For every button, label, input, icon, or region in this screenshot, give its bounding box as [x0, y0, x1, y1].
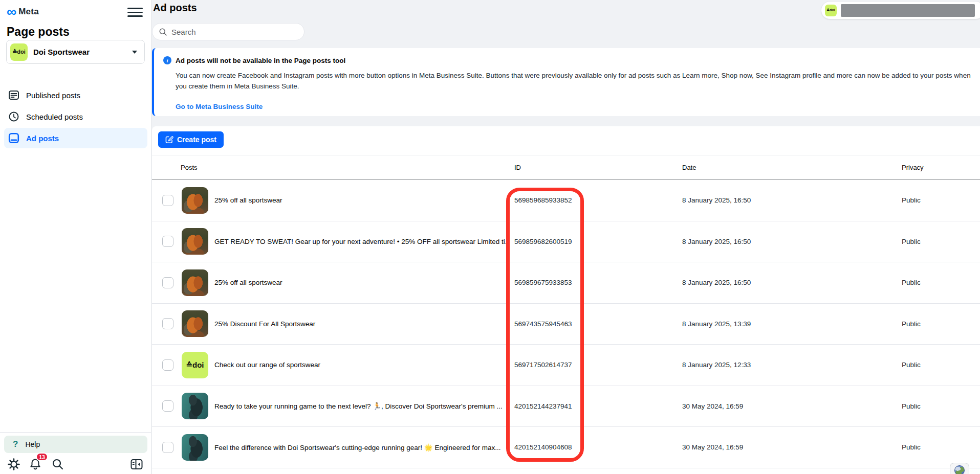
post-thumbnail	[182, 393, 208, 419]
post-thumbnail: ≙doi	[182, 352, 208, 378]
row-checkbox[interactable]	[162, 442, 173, 453]
post-thumbnail	[182, 269, 208, 296]
post-date: 8 January 2025, 13:39	[682, 320, 751, 328]
row-checkbox[interactable]	[162, 318, 173, 329]
post-date: 30 May 2024, 16:59	[682, 443, 743, 451]
notification-badge: 13	[36, 453, 48, 461]
sidebar-item-label: Scheduled posts	[26, 112, 83, 121]
language-button[interactable]	[950, 463, 969, 474]
post-text: 25% Discount For All Sportswear	[214, 320, 507, 328]
published-posts-icon	[8, 89, 19, 101]
table-row[interactable]: Feel the difference with Doi Sportswear'…	[152, 427, 980, 468]
chevron-down-icon	[132, 51, 137, 54]
post-id: 569859675933853	[514, 279, 572, 286]
search-input[interactable]	[171, 28, 289, 36]
clock-icon	[8, 111, 19, 122]
post-privacy: Public	[902, 238, 921, 245]
banner-body: You can now create Facebook and Instagra…	[176, 70, 973, 92]
table-row[interactable]: GET READY TO SWEAT! Gear up for your nex…	[152, 221, 980, 263]
sidebar-item-scheduled-posts[interactable]: Scheduled posts	[4, 106, 147, 127]
post-id: 420152140904608	[514, 443, 572, 451]
table-row[interactable]: 25% off all sportswear 569859675933853 8…	[152, 262, 980, 304]
table-row[interactable]: Ready to take your running game to the n…	[152, 386, 980, 427]
profile-chip[interactable]: ≙doi	[821, 1, 980, 19]
table-header: Posts ID Date Privacy	[152, 155, 980, 180]
column-header-privacy: Privacy	[902, 164, 924, 171]
post-thumbnail	[182, 310, 208, 337]
post-thumbnail	[182, 187, 208, 214]
post-id: 569743575945463	[514, 320, 572, 328]
post-text: 25% off all sportswear	[214, 279, 507, 286]
main-content: Ad posts ≙doi i Ad posts will not be ava…	[151, 0, 980, 474]
gear-icon[interactable]	[7, 458, 20, 471]
create-post-button[interactable]: Create post	[158, 131, 224, 148]
post-text: 25% off all sportswear	[214, 196, 507, 204]
sidebar-item-label: Ad posts	[26, 134, 59, 143]
row-checkbox[interactable]	[162, 277, 173, 288]
post-privacy: Public	[902, 402, 921, 410]
post-privacy: Public	[902, 279, 921, 286]
compose-icon	[165, 136, 173, 144]
panel-collapse-icon[interactable]	[130, 458, 143, 471]
post-text: Feel the difference with Doi Sportswear'…	[214, 443, 507, 452]
post-date: 8 January 2025, 16:50	[682, 238, 751, 245]
go-to-meta-business-suite-link[interactable]: Go to Meta Business Suite	[176, 103, 263, 110]
page-selector-dropdown[interactable]: ≙doi Doi Sportswear	[6, 40, 145, 64]
row-checkbox[interactable]	[162, 236, 173, 247]
sidebar: ∞ Meta Page posts ≙doi Doi Sportswear Pu…	[0, 0, 151, 474]
column-header-date: Date	[682, 164, 696, 171]
row-checkbox[interactable]	[162, 195, 173, 206]
sidebar-nav: Published posts Scheduled posts Ad posts	[4, 85, 147, 149]
menu-icon[interactable]	[127, 5, 143, 19]
globe-icon	[954, 465, 965, 474]
info-circle-icon: i	[163, 56, 171, 64]
info-banner: i Ad posts will not be available in the …	[152, 48, 980, 116]
post-thumbnail	[182, 228, 208, 255]
post-text: Ready to take your running game to the n…	[214, 402, 507, 410]
post-id: 569859685933852	[514, 196, 572, 204]
redacted-profile-name	[841, 4, 975, 17]
sidebar-title: Page posts	[7, 25, 151, 39]
page-avatar: ≙doi	[10, 43, 28, 61]
post-date: 8 January 2025, 16:50	[682, 279, 751, 286]
table-body: 25% off all sportswear 569859685933852 8…	[152, 180, 980, 468]
sidebar-bottom-icons: 13	[0, 456, 151, 472]
table-row[interactable]: 25% Discount For All Sportswear 56974357…	[152, 304, 980, 345]
search-icon[interactable]	[51, 458, 64, 471]
row-checkbox[interactable]	[162, 359, 173, 371]
sidebar-item-ad-posts[interactable]: Ad posts	[4, 128, 147, 148]
help-button[interactable]: ? Help	[4, 436, 147, 453]
post-privacy: Public	[902, 361, 921, 369]
row-checkbox[interactable]	[162, 400, 173, 412]
column-header-posts: Posts	[181, 164, 198, 171]
profile-avatar: ≙doi	[825, 5, 837, 16]
table-row[interactable]: ≙doi Check out our range of sportswear 5…	[152, 345, 980, 386]
banner-title: Ad posts will not be available in the Pa…	[176, 57, 345, 64]
create-post-label: Create post	[177, 136, 216, 144]
post-privacy: Public	[902, 443, 921, 451]
column-header-id: ID	[514, 164, 521, 171]
meta-logo-text: Meta	[18, 7, 39, 17]
post-id: 569859682600519	[514, 238, 572, 245]
help-label: Help	[25, 440, 40, 448]
page-title: Ad posts	[153, 2, 197, 14]
search-box[interactable]	[152, 23, 304, 40]
post-id: 420152144237941	[514, 402, 572, 410]
sidebar-divider	[0, 432, 151, 433]
post-privacy: Public	[902, 196, 921, 204]
post-id: 569717502614737	[514, 361, 572, 369]
meta-logo: ∞ Meta	[7, 5, 144, 18]
posts-table-card: Create post Posts ID Date Privacy 25% of…	[152, 126, 980, 474]
meta-infinity-icon: ∞	[7, 7, 16, 17]
post-date: 8 January 2025, 16:50	[682, 196, 751, 204]
search-icon	[159, 28, 167, 36]
question-mark-icon: ?	[13, 439, 18, 449]
post-date: 30 May 2024, 16:59	[682, 402, 743, 410]
post-text: Check out our range of sportswear	[214, 361, 507, 369]
post-thumbnail	[182, 434, 208, 461]
sidebar-item-label: Published posts	[26, 91, 80, 100]
sidebar-item-published-posts[interactable]: Published posts	[4, 85, 147, 105]
table-row[interactable]: 25% off all sportswear 569859685933852 8…	[152, 180, 980, 221]
post-date: 8 January 2025, 12:33	[682, 361, 751, 369]
page-name: Doi Sportswear	[33, 48, 132, 56]
